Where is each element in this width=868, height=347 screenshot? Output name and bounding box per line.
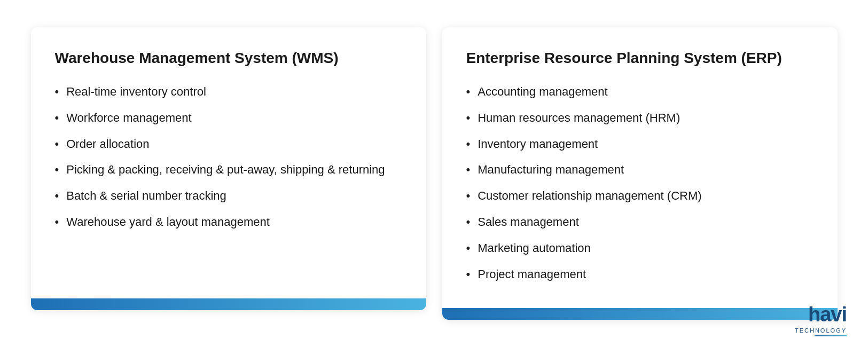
erp-card: Enterprise Resource Planning System (ERP…: [442, 27, 838, 320]
erp-list-item: Customer relationship management (CRM): [466, 188, 814, 204]
erp-list-item: Inventory management: [466, 136, 814, 153]
wms-list-item: Real-time inventory control: [55, 84, 402, 100]
wms-footer-bar: [31, 298, 426, 310]
wms-list-item: Warehouse yard & layout management: [55, 214, 402, 231]
logo-area: havi TECHNOLOGY: [795, 303, 847, 336]
wms-list-item: Workforce management: [55, 110, 402, 127]
erp-list-item: Manufacturing management: [466, 162, 814, 178]
wms-list-item: Order allocation: [55, 136, 402, 153]
logo-name: havi: [808, 303, 847, 326]
wms-list-item: Picking & packing, receiving & put-away,…: [55, 162, 402, 178]
wms-title: Warehouse Management System (WMS): [55, 49, 402, 68]
erp-list: Accounting managementHuman resources man…: [466, 84, 814, 282]
wms-card: Warehouse Management System (WMS) Real-t…: [31, 27, 426, 310]
erp-list-item: Sales management: [466, 214, 814, 231]
erp-list-item: Project management: [466, 266, 814, 283]
erp-list-item: Human resources management (HRM): [466, 110, 814, 127]
wms-card-body: Warehouse Management System (WMS) Real-t…: [31, 27, 426, 298]
erp-list-item: Accounting management: [466, 84, 814, 100]
logo-container: havi TECHNOLOGY: [795, 303, 847, 336]
wms-list: Real-time inventory controlWorkforce man…: [55, 84, 402, 231]
erp-title: Enterprise Resource Planning System (ERP…: [466, 49, 814, 68]
wms-list-item: Batch & serial number tracking: [55, 188, 402, 204]
erp-list-item: Marketing automation: [466, 240, 814, 257]
logo-underline: [815, 335, 847, 336]
logo-sub: TECHNOLOGY: [795, 327, 847, 334]
main-content: Warehouse Management System (WMS) Real-t…: [0, 11, 868, 336]
erp-card-body: Enterprise Resource Planning System (ERP…: [442, 27, 838, 309]
erp-footer-bar: [442, 308, 838, 320]
